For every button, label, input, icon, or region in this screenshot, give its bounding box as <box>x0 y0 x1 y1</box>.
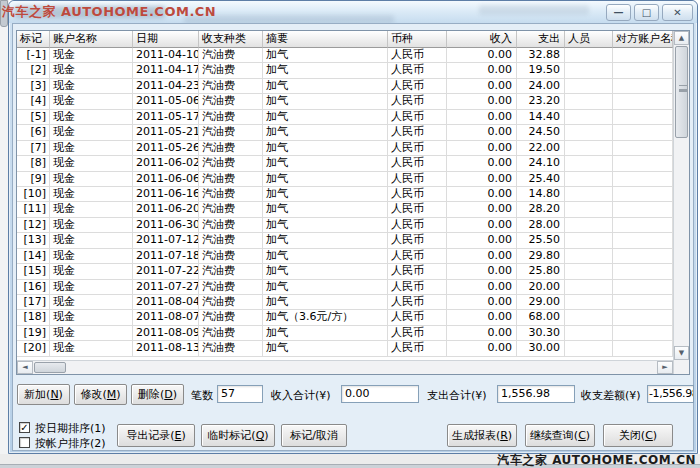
table-cell: 22.00 <box>517 141 565 156</box>
table-row[interactable]: [15]现金2011-07-22汽油费加气人民币0.0025.80 <box>17 264 673 279</box>
vscroll-thumb[interactable] <box>675 46 688 138</box>
table-cell: [13] <box>17 233 50 248</box>
continue-query-button[interactable]: 继续查询(C) <box>525 424 595 447</box>
generate-report-button[interactable]: 生成报表(R) <box>447 424 517 447</box>
table-row[interactable]: [9]现金2011-06-06汽油费加气人民币0.0025.40 <box>17 172 673 187</box>
sort-by-date-checkbox[interactable]: ✓ <box>19 422 30 433</box>
watermark-bottom: 汽车之家 AUTOHOME.COM.CN <box>497 452 696 468</box>
table-row[interactable]: [17]现金2011-08-04汽油费加气人民币0.0029.00 <box>17 295 673 310</box>
column-header[interactable]: 支出 <box>517 31 565 48</box>
table-cell: [17] <box>17 295 50 310</box>
table-cell: 汽油费 <box>199 156 263 171</box>
table-row[interactable]: [18]现金2011-08-07汽油费加气（3.6元/方）人民币0.0068.0… <box>17 310 673 325</box>
column-header[interactable]: 对方账户名称 <box>613 31 673 48</box>
table-row[interactable]: [10]现金2011-06-16汽油费加气人民币0.0014.80 <box>17 187 673 202</box>
sort-by-account-label[interactable]: 按帐户排序(2) <box>35 436 106 451</box>
hscroll-track[interactable] <box>67 361 657 374</box>
table-row[interactable]: [7]现金2011-05-26汽油费加气人民币0.0022.00 <box>17 141 673 156</box>
column-header[interactable]: 币种 <box>388 31 447 48</box>
table-cell: [15] <box>17 264 50 279</box>
table-row[interactable]: [13]现金2011-07-12汽油费加气人民币0.0025.50 <box>17 233 673 248</box>
expense-total-field[interactable]: 1,556.98 <box>497 385 575 403</box>
table-cell: 32.88 <box>517 48 565 63</box>
scroll-left-icon[interactable]: ◄ <box>17 361 33 374</box>
income-total-field[interactable]: 0.00 <box>341 385 419 403</box>
table-cell: 汽油费 <box>199 233 263 248</box>
balance-field[interactable]: -1,556.98 <box>647 385 694 403</box>
table-cell: 0.00 <box>447 280 517 295</box>
table-cell: 29.80 <box>517 249 565 264</box>
table-row[interactable]: [8]现金2011-06-02汽油费加气人民币0.0024.10 <box>17 156 673 171</box>
table-cell: 人民币 <box>388 141 447 156</box>
column-header[interactable]: 收支种类 <box>199 31 263 48</box>
scroll-up-icon[interactable]: ▲ <box>674 31 689 45</box>
column-header[interactable]: 收入 <box>447 31 517 48</box>
table-row[interactable]: [3]现金2011-04-23汽油费加气人民币0.0024.00 <box>17 79 673 94</box>
table-row[interactable]: [2]现金2011-04-17汽油费加气人民币0.0019.50 <box>17 63 673 78</box>
table-cell: 2011-06-16 <box>133 187 199 202</box>
table-cell <box>613 79 673 94</box>
column-header[interactable]: 摘要 <box>263 31 388 48</box>
transactions-table: 标记账户名称日期收支种类摘要币种收入支出人员对方账户名称 [-1]现金2011-… <box>16 30 690 375</box>
watermark-top: 汽车之家 AUTOHOME.COM.CN <box>2 3 216 21</box>
table-vscrollbar[interactable]: ▲ ▼ <box>673 31 689 374</box>
table-hscrollbar[interactable]: ◄ ► <box>17 360 673 374</box>
close-window-button[interactable]: ✕ <box>662 4 693 21</box>
close-button[interactable]: 关闭(C) <box>603 424 673 447</box>
table-cell: 14.80 <box>517 187 565 202</box>
table-row[interactable]: [19]现金2011-08-09汽油费加气人民币0.0030.30 <box>17 326 673 341</box>
table-cell: 0.00 <box>447 310 517 325</box>
table-cell: 加气 <box>263 172 388 187</box>
table-row[interactable]: [4]现金2011-05-06汽油费加气人民币0.0023.20 <box>17 94 673 109</box>
table-cell: 加气 <box>263 326 388 341</box>
table-cell: 汽油费 <box>199 141 263 156</box>
scroll-down-icon[interactable]: ▼ <box>674 346 689 360</box>
table-cell <box>565 94 613 109</box>
table-row[interactable]: [14]现金2011-07-18汽油费加气人民币0.0029.80 <box>17 249 673 264</box>
column-header[interactable]: 人员 <box>565 31 613 48</box>
table-cell: 0.00 <box>447 326 517 341</box>
delete-record-button[interactable]: 删除(D) <box>131 384 184 405</box>
table-cell: 2011-05-26 <box>133 141 199 156</box>
mark-toggle-button[interactable]: 标记/取消 <box>281 424 347 447</box>
table-row[interactable]: [12]现金2011-06-30汽油费加气人民币0.0028.00 <box>17 218 673 233</box>
table-row[interactable]: [5]现金2011-05-17汽油费加气人民币0.0014.40 <box>17 110 673 125</box>
table-cell <box>565 172 613 187</box>
table-cell: [12] <box>17 218 50 233</box>
sort-by-account-checkbox[interactable] <box>19 437 30 448</box>
table-cell: 0.00 <box>447 341 517 356</box>
table-cell: 0.00 <box>447 63 517 78</box>
table-cell: 加气 <box>263 264 388 279</box>
table-cell: 人民币 <box>388 79 447 94</box>
table-cell: 汽油费 <box>199 48 263 63</box>
export-records-button[interactable]: 导出记录(E) <box>117 424 195 447</box>
modify-record-button[interactable]: 修改(M) <box>74 384 127 405</box>
table-row[interactable]: [16]现金2011-07-27汽油费加气人民币0.0020.00 <box>17 280 673 295</box>
table-cell <box>613 264 673 279</box>
column-header[interactable]: 日期 <box>133 31 199 48</box>
table-cell: 29.00 <box>517 295 565 310</box>
table-cell <box>613 202 673 217</box>
client-area: 标记账户名称日期收支种类摘要币种收入支出人员对方账户名称 [-1]现金2011-… <box>12 23 694 451</box>
scroll-right-icon[interactable]: ► <box>657 361 673 374</box>
table-cell: 汽油费 <box>199 79 263 94</box>
table-cell: 2011-04-23 <box>133 79 199 94</box>
table-cell: 人民币 <box>388 249 447 264</box>
record-count-field[interactable]: 57 <box>217 385 263 403</box>
column-header[interactable]: 标记 <box>17 31 50 48</box>
vscroll-track[interactable] <box>674 139 689 346</box>
table-cell: 汽油费 <box>199 187 263 202</box>
table-row[interactable]: [20]现金2011-08-13汽油费加气人民币0.0030.00 <box>17 341 673 356</box>
hscroll-thumb[interactable] <box>34 362 66 373</box>
table-cell: 汽油费 <box>199 218 263 233</box>
table-row[interactable]: [6]现金2011-05-21汽油费加气人民币0.0024.50 <box>17 125 673 140</box>
sort-by-date-label[interactable]: 按日期排序(1) <box>35 421 106 436</box>
minimize-button[interactable]: — <box>606 4 631 21</box>
column-header[interactable]: 账户名称 <box>50 31 133 48</box>
table-cell: 24.00 <box>517 79 565 94</box>
maximize-button[interactable]: □ <box>634 4 659 21</box>
table-row[interactable]: [-1]现金2011-04-10汽油费加气人民币0.0032.88 <box>17 48 673 63</box>
table-row[interactable]: [11]现金2011-06-20汽油费加气人民币0.0028.20 <box>17 202 673 217</box>
add-record-button[interactable]: 新加(N) <box>17 384 70 405</box>
temp-mark-button[interactable]: 临时标记(Q) <box>201 424 275 447</box>
